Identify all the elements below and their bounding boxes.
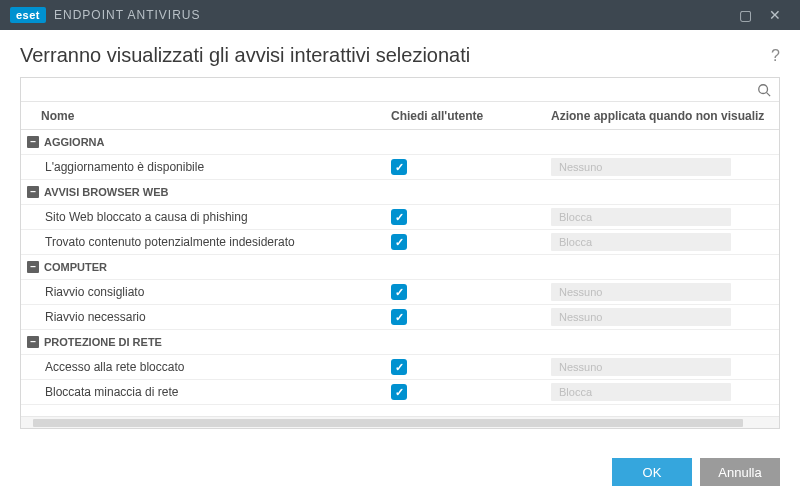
- group-row[interactable]: –PROTEZIONE DI RETE: [21, 330, 779, 355]
- collapse-icon[interactable]: –: [27, 261, 39, 273]
- action-value: Nessuno: [551, 158, 731, 176]
- table-row[interactable]: Riavvio consigliato✓Nessuno: [21, 280, 779, 305]
- column-ask[interactable]: Chiedi all'utente: [391, 109, 551, 123]
- item-name: Riavvio consigliato: [21, 285, 391, 299]
- table-body[interactable]: –AGGIORNAL'aggiornamento è disponibile✓N…: [21, 130, 779, 416]
- action-value: Nessuno: [551, 358, 731, 376]
- app-title: ENDPOINT ANTIVIRUS: [54, 8, 200, 22]
- column-action[interactable]: Azione applicata quando non visualiz: [551, 109, 779, 123]
- group-label: AGGIORNA: [44, 136, 105, 148]
- item-name: Trovato contenuto potenzialmente indesid…: [21, 235, 391, 249]
- maximize-button[interactable]: ▢: [730, 7, 760, 23]
- table-header: Nome Chiedi all'utente Azione applicata …: [21, 102, 779, 130]
- group-label: COMPUTER: [44, 261, 107, 273]
- search-input[interactable]: [27, 80, 755, 100]
- search-bar: [21, 78, 779, 102]
- help-icon[interactable]: ?: [771, 47, 780, 65]
- item-name: L'aggiornamento è disponibile: [21, 160, 391, 174]
- cancel-button[interactable]: Annulla: [700, 458, 780, 486]
- checkbox-checked[interactable]: ✓: [391, 209, 407, 225]
- table-row[interactable]: L'aggiornamento è disponibile✓Nessuno: [21, 155, 779, 180]
- page-title: Verranno visualizzati gli avvisi interat…: [20, 44, 771, 67]
- ok-button[interactable]: OK: [612, 458, 692, 486]
- table-row[interactable]: Accesso alla rete bloccato✓Nessuno: [21, 355, 779, 380]
- item-name: Riavvio necessario: [21, 310, 391, 324]
- collapse-icon[interactable]: –: [27, 336, 39, 348]
- checkbox-checked[interactable]: ✓: [391, 159, 407, 175]
- checkbox-checked[interactable]: ✓: [391, 309, 407, 325]
- svg-line-1: [767, 92, 771, 96]
- scrollbar-thumb[interactable]: [33, 419, 743, 427]
- group-label: AVVISI BROWSER WEB: [44, 186, 168, 198]
- settings-panel: Nome Chiedi all'utente Azione applicata …: [20, 77, 780, 429]
- group-row[interactable]: –AVVISI BROWSER WEB: [21, 180, 779, 205]
- item-name: Sito Web bloccato a causa di phishing: [21, 210, 391, 224]
- svg-point-0: [759, 84, 768, 93]
- action-value: Nessuno: [551, 283, 731, 301]
- table-row[interactable]: Trovato contenuto potenzialmente indesid…: [21, 230, 779, 255]
- item-name: Bloccata minaccia di rete: [21, 385, 391, 399]
- table-row[interactable]: Sito Web bloccato a causa di phishing✓Bl…: [21, 205, 779, 230]
- column-name[interactable]: Nome: [21, 109, 391, 123]
- table-row[interactable]: Bloccata minaccia di rete✓Blocca: [21, 380, 779, 405]
- action-value: Blocca: [551, 233, 731, 251]
- checkbox-checked[interactable]: ✓: [391, 359, 407, 375]
- action-value: Blocca: [551, 383, 731, 401]
- group-row[interactable]: –COMPUTER: [21, 255, 779, 280]
- action-value: Blocca: [551, 208, 731, 226]
- group-row[interactable]: –AGGIORNA: [21, 130, 779, 155]
- horizontal-scrollbar[interactable]: [21, 416, 779, 428]
- close-button[interactable]: ✕: [760, 7, 790, 23]
- checkbox-checked[interactable]: ✓: [391, 284, 407, 300]
- dialog-footer: OK Annulla: [0, 429, 800, 500]
- table-row[interactable]: Riavvio necessario✓Nessuno: [21, 305, 779, 330]
- search-icon[interactable]: [755, 81, 773, 99]
- brand-logo: eset: [10, 7, 46, 23]
- collapse-icon[interactable]: –: [27, 136, 39, 148]
- checkbox-checked[interactable]: ✓: [391, 384, 407, 400]
- item-name: Accesso alla rete bloccato: [21, 360, 391, 374]
- collapse-icon[interactable]: –: [27, 186, 39, 198]
- dialog-header: Verranno visualizzati gli avvisi interat…: [0, 30, 800, 77]
- group-label: PROTEZIONE DI RETE: [44, 336, 162, 348]
- action-value: Nessuno: [551, 308, 731, 326]
- titlebar: eset ENDPOINT ANTIVIRUS ▢ ✕: [0, 0, 800, 30]
- checkbox-checked[interactable]: ✓: [391, 234, 407, 250]
